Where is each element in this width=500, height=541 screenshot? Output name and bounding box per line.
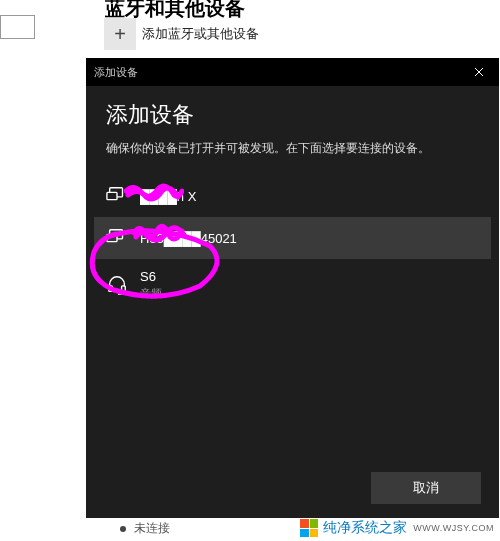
close-button[interactable]: [459, 58, 499, 86]
device-name: S6: [140, 269, 162, 284]
watermark: 纯净系统之家 WWW.WJSY.COM: [296, 517, 498, 539]
device-name: ████h X: [140, 189, 196, 204]
dialog-footer: 取消: [371, 472, 481, 504]
settings-page: 蓝牙和其他设备 + 添加蓝牙或其他设备 添加设备 添加设备 确保你的设备已打开并…: [0, 0, 500, 541]
dialog-heading: 添加设备: [106, 100, 479, 130]
headset-icon: [106, 274, 128, 296]
watermark-url: WWW.WJSY.COM: [413, 523, 494, 533]
footer-status-text: 未连接: [134, 520, 170, 537]
dialog-titlebar: 添加设备: [86, 58, 499, 86]
footer-status-row: 未连接: [120, 520, 170, 537]
device-list: ████h X H83████45021: [106, 175, 479, 311]
close-icon: [474, 67, 484, 77]
cancel-button[interactable]: 取消: [371, 472, 481, 504]
svg-rect-1: [107, 192, 117, 199]
dialog-body: 添加设备 确保你的设备已打开并可被发现。在下面选择要连接的设备。 ████h X: [86, 86, 499, 311]
display-icon: [106, 227, 128, 249]
device-name: H83████45021: [140, 231, 237, 246]
watermark-text: 纯净系统之家: [323, 519, 407, 537]
device-item-2[interactable]: S6 音频: [94, 259, 491, 311]
device-text: ████h X: [140, 189, 196, 204]
device-text: S6 音频: [140, 269, 162, 301]
left-edge-box: [0, 15, 35, 39]
device-subtitle: 音频: [140, 286, 162, 301]
add-device-plus-button[interactable]: +: [104, 18, 136, 50]
display-icon: [106, 185, 128, 207]
svg-rect-4: [109, 286, 113, 292]
svg-rect-5: [122, 286, 126, 292]
device-item-0[interactable]: ████h X: [94, 175, 491, 217]
device-item-1[interactable]: H83████45021: [94, 217, 491, 259]
device-text: H83████45021: [140, 231, 237, 246]
svg-rect-3: [107, 234, 117, 241]
windows-logo-icon: [300, 519, 318, 537]
dialog-titlebar-text: 添加设备: [94, 65, 138, 80]
dialog-subtitle: 确保你的设备已打开并可被发现。在下面选择要连接的设备。: [106, 140, 479, 157]
add-device-dialog: 添加设备 添加设备 确保你的设备已打开并可被发现。在下面选择要连接的设备。 ██…: [86, 58, 499, 518]
add-device-plus-label: 添加蓝牙或其他设备: [142, 25, 259, 43]
status-dot-icon: [120, 526, 126, 532]
